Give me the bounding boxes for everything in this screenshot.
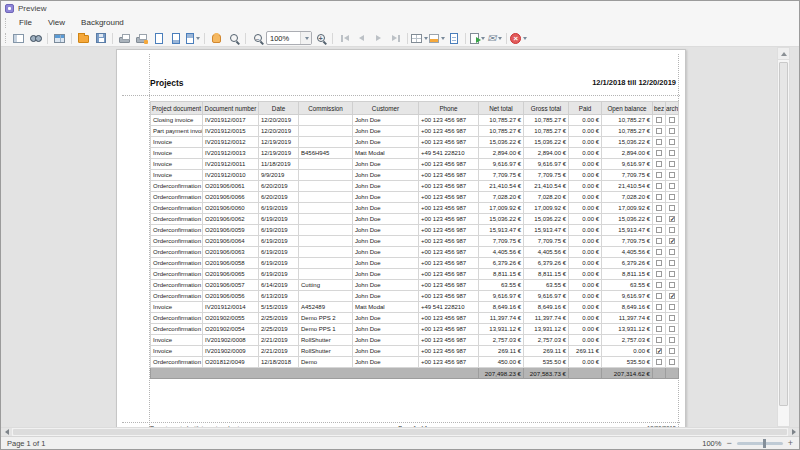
cell: RollShutter xyxy=(299,346,353,357)
cell: IV201902/0009 xyxy=(203,346,259,357)
page-margins-button[interactable] xyxy=(167,30,184,46)
next-page-button[interactable] xyxy=(370,30,387,46)
cell: +00 123 456 987 xyxy=(419,247,479,258)
vertical-scrollbar[interactable] xyxy=(777,47,790,427)
toolbar-separator xyxy=(245,33,246,44)
zoom-in-button[interactable]: + xyxy=(788,439,793,448)
menu-file[interactable]: File xyxy=(12,17,39,28)
quick-print-button[interactable] xyxy=(133,30,150,46)
cell: John Doe xyxy=(353,170,419,181)
zoom-out-button[interactable]: − xyxy=(726,439,731,448)
cell: Orderconfirmation xyxy=(151,291,203,302)
first-page-icon xyxy=(344,35,349,41)
column-header: Project document xyxy=(151,102,203,115)
arch-checkbox xyxy=(669,117,675,123)
table-row: InvoiceIV201902/00092/21/2019RollShutter… xyxy=(151,346,679,357)
total-cell xyxy=(666,368,679,379)
zoom-select-button[interactable] xyxy=(225,30,242,46)
export-document-icon xyxy=(470,33,479,44)
cell: O201812/0049 xyxy=(203,357,259,368)
page-color-button[interactable] xyxy=(428,30,445,46)
zoom-level-combo[interactable]: 100% xyxy=(266,31,312,45)
cell: +00 123 456 987 xyxy=(419,203,479,214)
thumbnails-panel-button[interactable] xyxy=(10,30,27,46)
zoom-in-button[interactable] xyxy=(312,30,329,46)
vertical-scroll-thumb[interactable] xyxy=(779,62,788,406)
toolbar-separator xyxy=(407,33,408,44)
cell: IV201912/0011 xyxy=(203,159,259,170)
scroll-up-button[interactable] xyxy=(778,48,789,60)
find-button[interactable] xyxy=(27,30,44,46)
cell-checkbox xyxy=(666,115,679,126)
last-page-button[interactable] xyxy=(387,30,404,46)
multiple-pages-button[interactable] xyxy=(411,30,428,46)
cell-checkbox xyxy=(653,313,666,324)
table-of-contents-button[interactable] xyxy=(51,30,68,46)
menu-background[interactable]: Background xyxy=(74,17,131,28)
scroll-right-button[interactable] xyxy=(788,428,799,436)
hand-tool-button[interactable] xyxy=(208,30,225,46)
exit-preview-button[interactable]: × xyxy=(510,30,527,46)
cell: 6/20/2019 xyxy=(259,181,299,192)
cell-amount: 0.00 € xyxy=(602,346,653,357)
cell: +00 123 456 987 xyxy=(419,192,479,203)
bez-checkbox xyxy=(656,139,662,145)
horizontal-scroll-thumb[interactable] xyxy=(13,429,787,435)
cell-amount: 13,931.12 € xyxy=(524,324,569,335)
zoom-slider-thumb[interactable] xyxy=(763,439,766,448)
zoom-slider[interactable] xyxy=(737,442,783,445)
chevron-down-icon xyxy=(305,37,309,40)
cell-amount: 0.00 € xyxy=(569,203,602,214)
table-row: OrderconfirmationO201906/00576/14/2019Cu… xyxy=(151,280,679,291)
watermark-button[interactable] xyxy=(445,30,462,46)
cell-checkbox xyxy=(666,170,679,181)
cell-checkbox xyxy=(666,247,679,258)
table-row: OrderconfirmationO201906/00596/19/2019Jo… xyxy=(151,225,679,236)
cell: John Doe xyxy=(353,280,419,291)
page-setup-button[interactable] xyxy=(150,30,167,46)
cell-checkbox: ✓ xyxy=(653,346,666,357)
zoom-out-button[interactable] xyxy=(249,30,266,46)
send-email-button[interactable]: ✉ xyxy=(486,30,503,46)
zoom-in-icon xyxy=(317,34,325,42)
cell: 12/19/2019 xyxy=(259,148,299,159)
cell-amount: 17,009.92 € xyxy=(479,203,524,214)
horizontal-scrollbar[interactable] xyxy=(1,427,799,436)
cell-amount: 7,709.75 € xyxy=(602,236,653,247)
first-page-button[interactable] xyxy=(336,30,353,46)
cell: O201906/0058 xyxy=(203,258,259,269)
bez-checkbox xyxy=(656,304,662,310)
cell-amount: 7,709.75 € xyxy=(524,236,569,247)
up-arrow-icon xyxy=(781,52,787,56)
cell xyxy=(299,170,353,181)
save-document-button[interactable] xyxy=(92,30,109,46)
scroll-left-button[interactable] xyxy=(1,428,12,436)
cell-checkbox xyxy=(653,258,666,269)
open-document-button[interactable] xyxy=(75,30,92,46)
cell: O201906/0065 xyxy=(203,269,259,280)
bez-checkbox xyxy=(656,216,662,222)
cell: +00 123 456 987 xyxy=(419,236,479,247)
cell-amount: 0.00 € xyxy=(569,170,602,181)
cell-amount: 7,709.75 € xyxy=(479,236,524,247)
arch-checkbox xyxy=(669,359,675,365)
cell: John Doe xyxy=(353,269,419,280)
menu-view[interactable]: View xyxy=(41,17,72,28)
export-document-button[interactable] xyxy=(469,30,486,46)
magnifier-icon xyxy=(230,34,238,42)
print-button[interactable] xyxy=(116,30,133,46)
zoom-dropdown[interactable] xyxy=(300,32,311,44)
cell: Demo PPS 2 xyxy=(299,313,353,324)
previous-page-button[interactable] xyxy=(353,30,370,46)
cell-checkbox xyxy=(666,148,679,159)
cell: John Doe xyxy=(353,159,419,170)
cell-amount: 269.11 € xyxy=(479,346,524,357)
cell: +49 541 228210 xyxy=(419,302,479,313)
cell-checkbox xyxy=(653,335,666,346)
cell xyxy=(299,247,353,258)
toolbar-separator xyxy=(47,33,48,44)
cell-checkbox xyxy=(653,302,666,313)
open-document-icon xyxy=(78,35,89,43)
cell: Orderconfirmation xyxy=(151,269,203,280)
page-background-button[interactable] xyxy=(184,30,201,46)
